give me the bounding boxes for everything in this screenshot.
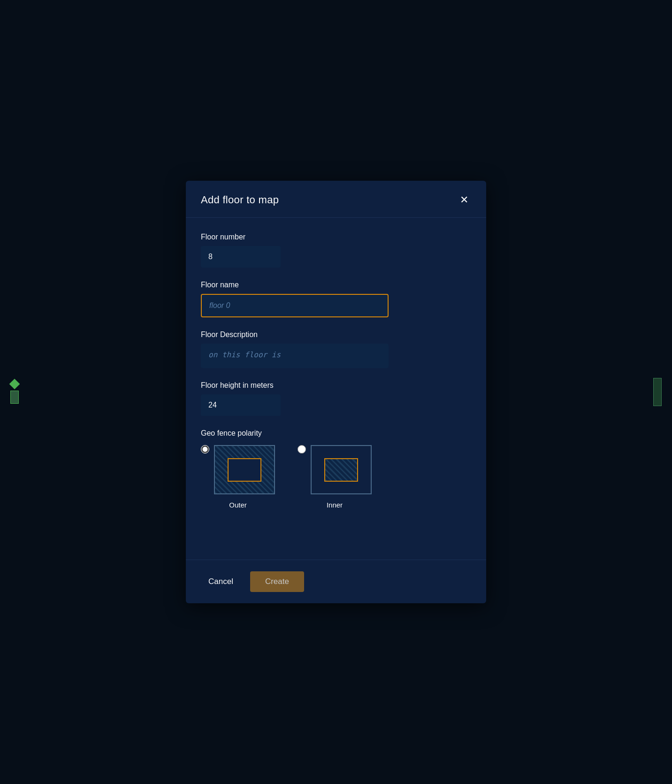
sidebar-right: [653, 378, 662, 406]
geo-fence-polarity-field: Geo fence polarity Outer: [201, 429, 471, 509]
diamond-icon: [9, 379, 20, 390]
sidebar-rect-left: [10, 391, 19, 404]
floor-height-field: Floor height in meters: [201, 381, 471, 416]
floor-description-field: Floor Description: [201, 331, 471, 368]
outer-radio-diagram-row: [201, 445, 275, 494]
dialog-body: Floor number Floor name Floor Descriptio…: [186, 218, 486, 560]
floor-number-field: Floor number: [201, 233, 471, 268]
dialog-title: Add floor to map: [201, 194, 279, 206]
sidebar-rect-right: [653, 378, 662, 406]
inner-diagram: [311, 445, 372, 494]
outer-inner-rect: [228, 458, 261, 482]
polarity-outer-item: Outer: [201, 445, 275, 509]
floor-number-label: Floor number: [201, 233, 471, 241]
floor-description-label: Floor Description: [201, 331, 471, 339]
polarity-options-row: Outer Inner: [201, 445, 471, 509]
add-floor-dialog: Add floor to map ✕ Floor number Floor na…: [186, 181, 486, 603]
close-button[interactable]: ✕: [457, 194, 471, 206]
polarity-inner-item: Inner: [298, 445, 372, 509]
dialog-header: Add floor to map ✕: [186, 181, 486, 218]
polarity-outer-label: Outer: [229, 501, 247, 509]
floor-number-input[interactable]: [201, 246, 281, 268]
dialog-footer: Cancel Create: [186, 560, 486, 603]
floor-description-input[interactable]: [201, 344, 389, 368]
polarity-inner-label: Inner: [327, 501, 343, 509]
floor-name-input[interactable]: [201, 294, 389, 317]
floor-height-input[interactable]: [201, 394, 281, 416]
sidebar-left: [10, 380, 19, 404]
inner-radio-diagram-row: [298, 445, 372, 494]
floor-height-label: Floor height in meters: [201, 381, 471, 390]
inner-inner-rect: [324, 458, 358, 482]
polarity-inner-radio[interactable]: [298, 445, 306, 453]
polarity-outer-radio[interactable]: [201, 445, 209, 453]
cancel-button[interactable]: Cancel: [201, 572, 241, 591]
floor-name-label: Floor name: [201, 281, 471, 289]
geo-fence-polarity-label: Geo fence polarity: [201, 429, 471, 438]
create-button[interactable]: Create: [250, 571, 304, 592]
floor-name-field: Floor name: [201, 281, 471, 317]
outer-diagram: [214, 445, 275, 494]
